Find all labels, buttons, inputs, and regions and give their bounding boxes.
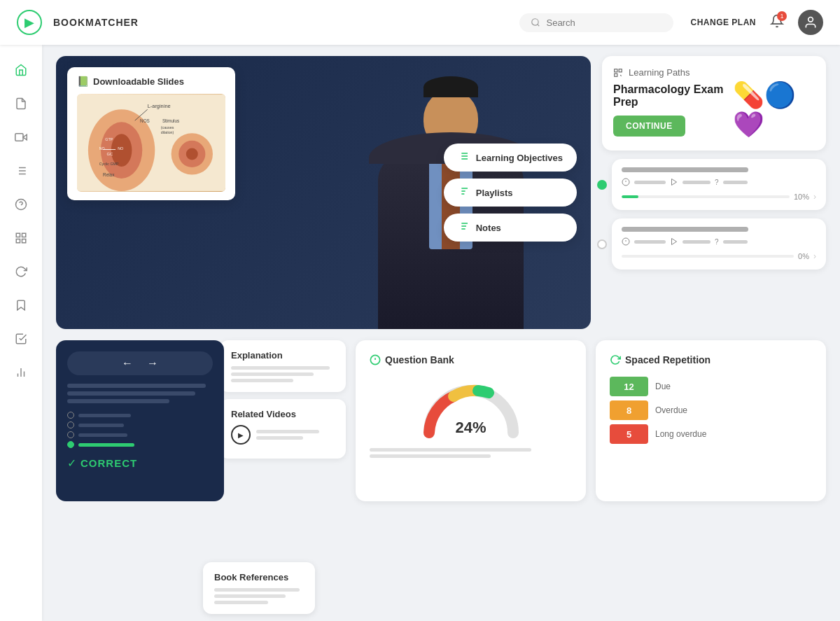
sidebar-item-bookmark[interactable] — [7, 291, 35, 319]
active-indicator — [597, 180, 607, 190]
bottom-section: ← → — [56, 340, 826, 501]
inactive-indicator — [597, 239, 607, 249]
app-logo[interactable]: ▶ — [17, 10, 42, 35]
progress-icons-row-2: ? — [622, 237, 816, 246]
question-mark-icon: ? — [715, 179, 719, 186]
svg-line-1 — [538, 25, 540, 27]
sidebar-item-analytics[interactable] — [7, 358, 35, 386]
video-small-icon — [670, 178, 678, 186]
sidebar-item-notes[interactable] — [7, 90, 35, 118]
continue-button[interactable]: CONTINUE — [613, 116, 685, 137]
learning-paths-header: Learning Paths — [613, 67, 815, 78]
quiz-option-a[interactable] — [67, 412, 213, 419]
list-icon — [15, 165, 27, 177]
book-line-1 — [214, 588, 300, 592]
due-bar: 12 — [610, 377, 648, 396]
sidebar-item-video[interactable] — [7, 123, 35, 151]
quiz-options — [67, 412, 213, 448]
spaced-repetition-title: Spaced Repetition — [610, 354, 812, 365]
svg-line-55 — [620, 75, 621, 76]
explanation-card[interactable]: Explanation — [220, 340, 346, 392]
long-overdue-bar: 5 — [610, 424, 648, 444]
right-column: Learning Paths Pharmacology Exam Prep CO… — [602, 56, 826, 329]
gauge-line-1 — [370, 448, 531, 452]
long-overdue-label: Long overdue — [655, 429, 706, 439]
notes-label: Notes — [476, 223, 501, 233]
slides-diagram: L-arginine NOS Stimulus (causes dilation… — [77, 94, 225, 192]
quiz-prev-button[interactable]: ← — [122, 357, 133, 370]
search-input[interactable] — [546, 18, 658, 28]
video-line-2 — [256, 436, 303, 440]
slides-title: Downloadable Slides — [93, 76, 184, 87]
spaced-row-overdue: 8 Overdue — [610, 400, 812, 420]
search-bar[interactable] — [519, 13, 673, 32]
svg-rect-4 — [15, 134, 23, 141]
related-video-row: ▶ — [231, 425, 335, 445]
due-label: Due — [655, 382, 671, 391]
chevron-right-icon-1: › — [813, 192, 816, 202]
logo-icon: ▶ — [24, 15, 34, 30]
explanation-line-1 — [231, 366, 330, 370]
svg-text:GC: GC — [106, 152, 113, 156]
sidebar-item-home[interactable] — [7, 56, 35, 84]
svg-rect-52 — [615, 69, 617, 71]
related-video-lines — [256, 430, 335, 440]
correct-label: CORRECT — [80, 457, 137, 469]
learning-objectives-pill[interactable]: Learning Objectives — [444, 144, 577, 172]
quiz-option-c[interactable] — [67, 431, 213, 438]
playlists-pill[interactable]: Playlists — [444, 179, 577, 207]
grid-icon — [15, 232, 27, 244]
svg-point-26 — [186, 148, 198, 160]
quiz-next-button[interactable]: → — [147, 357, 158, 370]
option-d-radio — [67, 441, 74, 448]
progress-icons-row-1: ? — [622, 178, 816, 186]
user-avatar[interactable] — [798, 10, 823, 35]
related-videos-card[interactable]: Related Videos ▶ — [220, 399, 346, 459]
sidebar-item-question[interactable] — [7, 190, 35, 218]
explanation-lines — [231, 366, 335, 382]
notifications-button[interactable]: 1 — [770, 14, 784, 32]
svg-marker-3 — [23, 134, 27, 140]
play-button-icon[interactable]: ▶ — [231, 425, 251, 445]
home-icon — [15, 64, 27, 76]
progress-card-2[interactable]: ? 0% › — [612, 218, 826, 270]
svg-text:GTP: GTP — [105, 137, 113, 141]
sidebar-item-list[interactable] — [7, 157, 35, 185]
quiz-option-d[interactable] — [67, 441, 213, 448]
quiz-option-b[interactable] — [67, 421, 213, 428]
search-icon — [531, 18, 540, 27]
checklist-icon — [15, 333, 27, 345]
progress-card-1[interactable]: ? 10% › — [612, 159, 826, 210]
option-c-text — [78, 433, 127, 437]
progress-pct-1: 10% — [794, 193, 809, 201]
avatar-icon — [804, 15, 818, 29]
progress-title-2 — [622, 227, 748, 232]
book-line-2 — [214, 594, 286, 598]
book-references-card[interactable]: Book References — [203, 562, 315, 614]
sidebar-item-refresh[interactable] — [7, 258, 35, 286]
change-plan-button[interactable]: CHANGE PLAN — [690, 18, 756, 27]
sidebar-item-checklist[interactable] — [7, 325, 35, 353]
pills-image: 💊🔵💜 — [733, 81, 815, 139]
svg-marker-63 — [672, 239, 677, 245]
spaced-row-due: 12 Due — [610, 377, 812, 396]
option-c-radio — [67, 431, 74, 438]
question-bank-title: Question Bank — [370, 354, 454, 365]
topnav-right: CHANGE PLAN 1 — [690, 10, 823, 35]
learning-paths-content: Pharmacology Exam Prep CONTINUE 💊🔵💜 — [613, 83, 815, 139]
svg-marker-59 — [672, 179, 677, 186]
question-small-icon-2 — [622, 237, 630, 246]
svg-text:NO: NO — [118, 146, 123, 151]
video-small-icon-2 — [670, 237, 678, 246]
svg-text:L-arginine: L-arginine — [148, 103, 171, 109]
quiz-question-lines — [67, 384, 213, 403]
spaced-rows: 12 Due 8 Overdue 5 Long overdue — [610, 377, 812, 444]
correct-badge: ✓ CORRECT — [67, 456, 213, 470]
bar-chart-icon — [15, 366, 27, 379]
bookmark-icon — [15, 299, 27, 312]
slides-icon: 📗 — [77, 76, 89, 87]
svg-rect-14 — [22, 233, 26, 237]
option-d-text — [78, 443, 134, 447]
sidebar-item-grid[interactable] — [7, 224, 35, 252]
notes-pill[interactable]: Notes — [444, 214, 577, 242]
